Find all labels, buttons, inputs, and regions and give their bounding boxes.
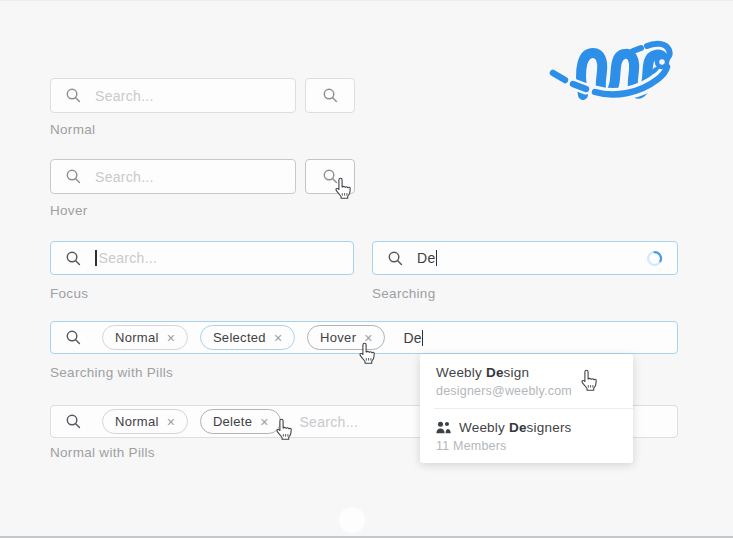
hand-cursor-icon — [580, 369, 599, 392]
state-label-normal: Normal — [50, 122, 95, 137]
search-input-focus[interactable]: Search... — [50, 241, 354, 275]
search-icon — [65, 413, 82, 430]
search-placeholder: Search... — [99, 250, 158, 266]
dropdown-item-weebly-designers[interactable]: Weebly Designers 11 Members — [420, 409, 633, 463]
search-icon — [65, 168, 82, 185]
orbit-satellite — [657, 57, 667, 67]
search-placeholder: Search... — [95, 88, 154, 104]
search-icon — [65, 329, 82, 346]
result-title: Weebly Designers — [459, 420, 572, 435]
hand-cursor-icon — [358, 342, 377, 365]
search-button-normal[interactable] — [305, 78, 355, 113]
weebly-search-states-canvas: Search... Normal Search... Hover Search.… — [0, 0, 733, 538]
search-input-searching[interactable]: De — [372, 241, 678, 275]
search-results-dropdown: Weebly Design designers@weebly.com Weebl… — [420, 354, 633, 463]
dropdown-item-weebly-design[interactable]: Weebly Design designers@weebly.com — [420, 354, 633, 408]
pill-normal[interactable]: Normal × — [102, 325, 188, 350]
pill-normal[interactable]: Normal × — [102, 409, 188, 434]
hand-cursor-icon — [275, 418, 294, 441]
search-icon — [322, 87, 339, 104]
pill-delete[interactable]: Delete × — [200, 409, 282, 434]
pill-selected[interactable]: Selected × — [200, 325, 295, 350]
search-icon — [387, 250, 404, 267]
search-query-text: De — [403, 330, 422, 346]
search-icon — [65, 250, 82, 267]
state-label-searching: Searching — [372, 286, 436, 301]
people-icon — [436, 421, 451, 434]
state-label-hover: Hover — [50, 203, 88, 218]
search-query-text: De — [417, 250, 436, 266]
result-subtitle: 11 Members — [436, 439, 617, 453]
loading-spinner-icon — [646, 250, 663, 267]
search-placeholder: Search... — [299, 414, 358, 430]
hand-cursor-icon — [334, 177, 353, 200]
text-caret — [422, 330, 424, 346]
weebly-logo — [548, 29, 698, 124]
search-icon — [65, 87, 82, 104]
text-caret — [95, 250, 97, 266]
search-input-hover[interactable]: Search... — [50, 159, 296, 194]
pill-close-icon[interactable]: × — [274, 331, 282, 345]
state-label-normal-with-pills: Normal with Pills — [50, 445, 155, 460]
search-placeholder: Search... — [95, 169, 154, 185]
state-label-searching-with-pills: Searching with Pills — [50, 365, 173, 380]
state-label-focus: Focus — [50, 286, 88, 301]
text-caret — [436, 250, 438, 266]
pill-close-icon[interactable]: × — [167, 331, 175, 345]
pill-close-icon[interactable]: × — [167, 415, 175, 429]
search-input-normal[interactable]: Search... — [50, 78, 296, 113]
faint-watermark — [339, 507, 365, 533]
pill-close-icon[interactable]: × — [260, 415, 268, 429]
